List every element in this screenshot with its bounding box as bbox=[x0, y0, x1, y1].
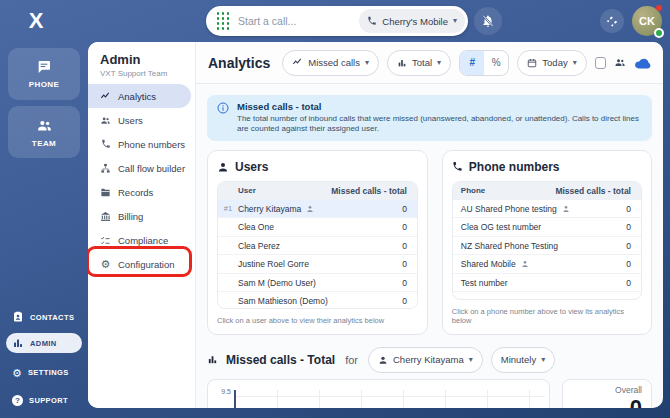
phones-table: Phone Missed calls - total AU Shared Pho… bbox=[452, 181, 642, 300]
assigned-user-icon bbox=[521, 260, 529, 268]
aggregation-dropdown[interactable]: Total bbox=[387, 50, 451, 76]
user-row[interactable]: Sam Mathieson (Demo) 0 bbox=[218, 292, 417, 309]
admin-menu-label: Configuration bbox=[118, 259, 175, 270]
user-avatar[interactable]: CK bbox=[632, 6, 662, 36]
overall-arrow: → bbox=[614, 401, 626, 408]
phone-row[interactable]: Test number 0 bbox=[453, 274, 641, 293]
cloud-download-icon bbox=[634, 56, 651, 69]
bell-off-icon bbox=[481, 14, 495, 28]
user-row[interactable]: Sam M (Demo User) 0 bbox=[218, 274, 417, 293]
count-percent-toggle: # % bbox=[459, 50, 509, 76]
vxt-logo[interactable]: X bbox=[24, 9, 48, 33]
user-missed-calls: 0 bbox=[402, 259, 417, 269]
admin-menu-call-flow-builder[interactable]: Call flow builder bbox=[88, 156, 191, 180]
chart-user-dropdown[interactable]: Cherry Kitayama bbox=[368, 347, 483, 373]
phone-missed-calls: 0 bbox=[626, 241, 641, 251]
users-footnote: Click on a user above to view their anal… bbox=[217, 316, 418, 325]
admin-sidebar: Admin VXT Support Team Analytics Users P… bbox=[88, 42, 196, 408]
admin-menu-label: Compliance bbox=[118, 235, 168, 246]
overall-summary-card: Overall → 0 bbox=[562, 379, 652, 408]
nav-team[interactable]: TEAM bbox=[8, 106, 80, 158]
device-name: Cherry's Mobile bbox=[382, 16, 448, 27]
date-range-value: Today bbox=[542, 57, 567, 68]
user-row[interactable]: #1 Cherry Kitayama 0 bbox=[218, 200, 417, 219]
line-chart-icon bbox=[100, 91, 111, 102]
chat-icon bbox=[36, 59, 52, 75]
bank-icon bbox=[100, 211, 111, 222]
dialpad-icon bbox=[216, 12, 230, 31]
admin-menu-users[interactable]: Users bbox=[88, 108, 191, 132]
user-name: Clea Perez bbox=[238, 241, 280, 251]
nav-phone[interactable]: PHONE bbox=[8, 48, 80, 100]
phone-row[interactable]: AU Shared Phone testing 0 bbox=[453, 200, 641, 219]
percent-toggle-option[interactable]: % bbox=[484, 51, 508, 75]
dots-menu-button[interactable] bbox=[600, 9, 624, 33]
admin-menu-records[interactable]: Records bbox=[88, 180, 191, 204]
device-selector[interactable]: Cherry's Mobile bbox=[359, 9, 465, 33]
admin-menu-compliance[interactable]: Compliance bbox=[88, 228, 191, 252]
phone-name: Shared Mobile bbox=[461, 259, 516, 269]
admin-menu-analytics[interactable]: Analytics bbox=[88, 84, 191, 108]
person-icon bbox=[217, 161, 229, 173]
info-icon bbox=[217, 102, 229, 114]
banner-description: The total number of inbound calls that w… bbox=[237, 114, 642, 135]
checklist-icon bbox=[100, 235, 111, 246]
phone-missed-calls: 0 bbox=[626, 204, 641, 214]
analytics-content: Missed calls - total The total number of… bbox=[196, 84, 663, 408]
page-title: Analytics bbox=[208, 55, 270, 71]
nav-settings-label: SETTINGS bbox=[28, 368, 69, 377]
nav-support[interactable]: SUPPORT bbox=[6, 391, 82, 410]
chevron-down-icon bbox=[573, 59, 577, 67]
user-name: Cherry Kitayama bbox=[238, 204, 301, 214]
admin-panel-subtitle: VXT Support Team bbox=[88, 67, 195, 84]
missed-calls-chart: 9.5 8 6.5 bbox=[207, 379, 550, 408]
notifications-muted-button[interactable] bbox=[474, 7, 502, 35]
admin-menu-phone-numbers[interactable]: Phone numbers bbox=[88, 132, 191, 156]
nav-admin[interactable]: ADMIN bbox=[6, 333, 82, 353]
call-search-bar[interactable]: Start a call... Cherry's Mobile bbox=[206, 6, 468, 36]
date-range-dropdown[interactable]: Today bbox=[517, 50, 586, 76]
left-rail: PHONE TEAM CONTACTS ADMIN SETTINGS SUPPO… bbox=[0, 42, 88, 418]
export-button[interactable] bbox=[634, 56, 651, 69]
user-missed-calls: 0 bbox=[402, 296, 417, 306]
phone-row[interactable]: Clea OG test number 0 bbox=[453, 218, 641, 237]
folder-icon bbox=[100, 187, 111, 198]
team-filter-icon[interactable] bbox=[614, 56, 626, 69]
contact-card-icon bbox=[12, 311, 24, 323]
nav-contacts[interactable]: CONTACTS bbox=[6, 307, 82, 327]
nav-support-label: SUPPORT bbox=[29, 396, 68, 405]
users-table: User Missed calls - total #1 Cherry Kita… bbox=[217, 181, 418, 309]
phone-icon bbox=[452, 161, 463, 172]
phone-icon bbox=[367, 16, 377, 26]
nav-admin-label: ADMIN bbox=[30, 339, 57, 348]
user-row[interactable]: Clea One 0 bbox=[218, 218, 417, 237]
admin-menu-label: Records bbox=[118, 187, 153, 198]
user-row[interactable]: Justine Roel Gorre 0 bbox=[218, 255, 417, 274]
flow-icon bbox=[100, 163, 111, 174]
nav-contacts-label: CONTACTS bbox=[30, 313, 74, 322]
compare-checkbox[interactable] bbox=[595, 57, 606, 69]
phone-row[interactable]: Shared Mobile 0 bbox=[453, 255, 641, 274]
admin-menu-label: Analytics bbox=[118, 91, 156, 102]
phone-numbers-panel: Phone numbers Phone Missed calls - total… bbox=[442, 150, 652, 335]
count-toggle-option[interactable]: # bbox=[460, 51, 484, 75]
chart-for-label: for bbox=[345, 354, 358, 366]
col-user: User bbox=[218, 186, 256, 195]
admin-menu-label: Users bbox=[118, 115, 143, 126]
nav-phone-label: PHONE bbox=[29, 80, 59, 89]
admin-menu-configuration[interactable]: Configuration bbox=[88, 252, 191, 276]
chevron-down-icon bbox=[541, 356, 545, 364]
admin-menu-billing[interactable]: Billing bbox=[88, 204, 191, 228]
chevron-down-icon bbox=[453, 17, 457, 25]
user-missed-calls: 0 bbox=[402, 278, 417, 288]
dots-icon bbox=[606, 15, 618, 27]
phone-row[interactable]: NZ Shared Phone Testing 0 bbox=[453, 237, 641, 256]
phone-icon bbox=[100, 139, 111, 149]
nav-settings[interactable]: SETTINGS bbox=[6, 359, 82, 385]
metric-dropdown[interactable]: Missed calls bbox=[282, 50, 379, 76]
bar-chart-icon bbox=[207, 354, 218, 365]
notification-dot bbox=[656, 5, 662, 11]
user-row[interactable]: Clea Perez 0 bbox=[218, 237, 417, 256]
chart-interval-dropdown[interactable]: Minutely bbox=[491, 347, 555, 373]
line-chart-icon bbox=[292, 57, 303, 68]
